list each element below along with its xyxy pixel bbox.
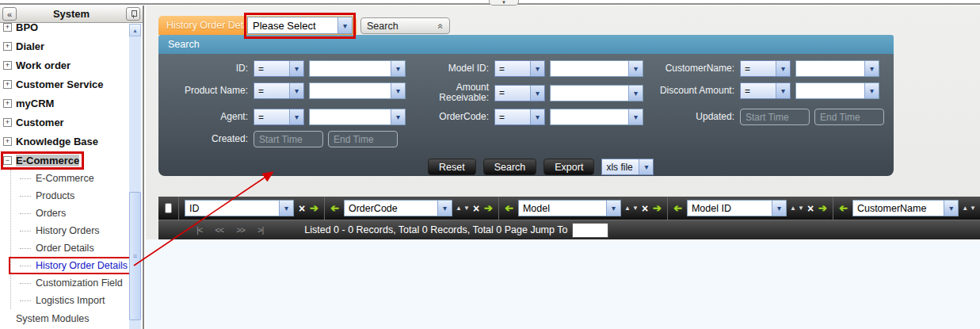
reset-button[interactable]: Reset bbox=[428, 159, 476, 175]
value-select-agent[interactable]: ▾ bbox=[309, 109, 406, 125]
operator-select-amount-receivable[interactable]: =▾ bbox=[494, 85, 545, 101]
sidebar-item-customer-service[interactable]: +Customer Service bbox=[3, 75, 129, 94]
chevron-down-icon[interactable]: ▾ bbox=[772, 201, 786, 216]
chevron-down-icon[interactable]: ▾ bbox=[776, 61, 790, 76]
remove-column-icon[interactable]: × bbox=[642, 202, 648, 215]
chevron-down-icon[interactable]: ▾ bbox=[530, 61, 544, 76]
collapse-top-panel-handle[interactable]: ▼ bbox=[489, 0, 519, 6]
collapse-icon[interactable]: − bbox=[3, 156, 12, 165]
chevron-down-icon[interactable]: ▾ bbox=[530, 109, 544, 124]
chevron-down-icon[interactable]: ▾ bbox=[864, 61, 879, 76]
expand-icon[interactable]: + bbox=[3, 61, 12, 70]
next-page-button[interactable]: >> bbox=[236, 225, 245, 235]
value-select-customer-name[interactable]: ▾ bbox=[795, 60, 879, 77]
column-select-model-id[interactable]: Model ID▾ bbox=[687, 200, 787, 216]
chevron-down-icon[interactable]: ▾ bbox=[628, 109, 643, 124]
sort-asc-icon[interactable]: ▲ bbox=[456, 205, 462, 212]
move-column-right-icon[interactable]: ➔ bbox=[653, 202, 662, 214]
move-column-left-icon[interactable]: ➔ bbox=[839, 202, 848, 214]
sort-asc-icon[interactable]: ▲ bbox=[624, 205, 631, 212]
sidebar-item-mycrm[interactable]: +myCRM bbox=[3, 94, 129, 113]
chevron-down-icon[interactable]: ▾ bbox=[944, 201, 958, 216]
operator-select-customer-name[interactable]: =▾ bbox=[740, 60, 791, 77]
value-select-order-code[interactable]: ▾ bbox=[550, 109, 643, 125]
sidebar-scrollbar[interactable]: ▲ ≡ bbox=[129, 24, 141, 329]
expand-icon[interactable]: + bbox=[3, 80, 12, 89]
column-select-id[interactable]: ID▾ bbox=[185, 200, 294, 216]
sidebar-item-history-orders[interactable]: History Orders bbox=[11, 222, 129, 239]
operator-select-model-id[interactable]: =▾ bbox=[494, 60, 545, 77]
chevron-down-icon[interactable]: ▾ bbox=[391, 83, 405, 98]
column-select-ordercode[interactable]: OrderCode▾ bbox=[344, 200, 452, 216]
chevron-down-icon[interactable]: ▾ bbox=[864, 83, 879, 98]
sidebar-item-dialer[interactable]: +Dialer bbox=[3, 36, 129, 55]
move-column-left-icon[interactable]: ➔ bbox=[673, 202, 682, 214]
chevron-down-icon[interactable]: ▾ bbox=[606, 201, 620, 216]
sidebar-item-customization-field[interactable]: Customization Field bbox=[11, 274, 129, 292]
module-select[interactable]: Please Select ▾ bbox=[247, 17, 353, 34]
chevron-down-icon[interactable]: ▾ bbox=[628, 86, 643, 101]
move-column-left-icon[interactable]: ➔ bbox=[505, 202, 513, 214]
expand-icon[interactable]: + bbox=[3, 42, 12, 51]
value-select-model-id[interactable]: ▾ bbox=[550, 60, 643, 77]
sidebar-item-ecommerce-child[interactable]: E-Commerce bbox=[11, 170, 129, 187]
sidebar-item-order-details[interactable]: Order Details bbox=[11, 239, 129, 257]
export-button[interactable]: Export bbox=[543, 159, 594, 175]
operator-select-id[interactable]: =▾ bbox=[254, 60, 304, 77]
chevron-down-icon[interactable]: ▾ bbox=[289, 83, 303, 98]
chevron-down-icon[interactable]: ▾ bbox=[437, 201, 452, 216]
search-button[interactable]: Search bbox=[483, 159, 537, 175]
column-select-model[interactable]: Model▾ bbox=[518, 200, 621, 216]
sort-desc-icon[interactable]: ▼ bbox=[798, 205, 804, 212]
chevron-down-icon[interactable]: ▾ bbox=[289, 109, 303, 124]
operator-select-product-name[interactable]: =▾ bbox=[254, 82, 304, 99]
move-column-right-icon[interactable]: ➔ bbox=[818, 202, 827, 214]
value-select-discount-amount[interactable]: ▾ bbox=[795, 82, 879, 99]
chevron-down-icon[interactable]: ▾ bbox=[530, 86, 544, 101]
export-format-select[interactable]: xls file▾ bbox=[601, 159, 654, 175]
search-panel-header[interactable]: Search bbox=[158, 35, 894, 54]
sort-asc-icon[interactable]: ▲ bbox=[962, 205, 968, 212]
chevron-down-icon[interactable]: ▾ bbox=[639, 159, 653, 174]
operator-select-order-code[interactable]: =▾ bbox=[494, 109, 545, 125]
move-column-right-icon[interactable]: ➔ bbox=[310, 202, 318, 214]
sidebar-item-logistics-import[interactable]: Logistics Import bbox=[11, 292, 129, 309]
chevron-down-icon[interactable]: ▾ bbox=[289, 61, 303, 76]
operator-select-agent[interactable]: =▾ bbox=[254, 109, 304, 125]
created-start-input[interactable] bbox=[254, 131, 323, 147]
chevron-down-icon[interactable]: ▾ bbox=[391, 61, 405, 76]
sidebar-item-knowledge-base[interactable]: +Knowledge Base bbox=[3, 132, 129, 151]
updated-end-input[interactable] bbox=[814, 109, 884, 125]
first-page-button[interactable]: |< bbox=[196, 225, 202, 235]
remove-column-icon[interactable]: × bbox=[473, 202, 479, 215]
search-collapse-button[interactable]: Search « bbox=[360, 17, 450, 34]
expand-icon[interactable]: + bbox=[3, 99, 12, 108]
chevron-down-icon[interactable]: ▾ bbox=[337, 17, 352, 33]
sidebar-item-products[interactable]: Products bbox=[11, 187, 129, 205]
value-select-product-name[interactable]: ▾ bbox=[309, 82, 406, 99]
jump-to-page-input[interactable] bbox=[572, 223, 608, 238]
expand-icon[interactable]: + bbox=[3, 118, 12, 127]
created-end-input[interactable] bbox=[328, 131, 398, 147]
sort-desc-icon[interactable]: ▼ bbox=[463, 205, 470, 212]
chevron-down-icon[interactable]: ▾ bbox=[391, 109, 405, 124]
scroll-up-button[interactable]: ▲ bbox=[129, 24, 141, 36]
value-select-amount-receivable[interactable]: ▾ bbox=[550, 85, 643, 101]
column-select-customername[interactable]: CustomerName▾ bbox=[852, 200, 959, 216]
sidebar-item-ecommerce[interactable]: −E-Commerce bbox=[3, 151, 129, 170]
select-all-checkbox[interactable] bbox=[165, 203, 172, 213]
sidebar-item-customer[interactable]: +Customer bbox=[3, 113, 129, 132]
last-page-button[interactable]: >| bbox=[257, 225, 263, 235]
sidebar-item-work-order[interactable]: +Work order bbox=[3, 55, 129, 75]
scrollbar-thumb[interactable]: ≡ bbox=[129, 192, 141, 320]
remove-column-icon[interactable]: × bbox=[807, 202, 814, 215]
chevron-down-icon[interactable]: ▾ bbox=[279, 201, 293, 216]
updated-start-input[interactable] bbox=[740, 109, 810, 125]
expand-icon[interactable]: + bbox=[3, 23, 12, 32]
chevron-down-icon[interactable]: ▾ bbox=[776, 83, 790, 98]
prev-page-button[interactable]: << bbox=[215, 225, 223, 235]
sidebar-item-history-order-details[interactable]: History Order Details bbox=[11, 257, 129, 274]
chevron-down-icon[interactable]: ▾ bbox=[628, 61, 643, 76]
sort-asc-icon[interactable]: ▲ bbox=[790, 205, 796, 212]
move-column-right-icon[interactable]: ➔ bbox=[484, 202, 493, 214]
